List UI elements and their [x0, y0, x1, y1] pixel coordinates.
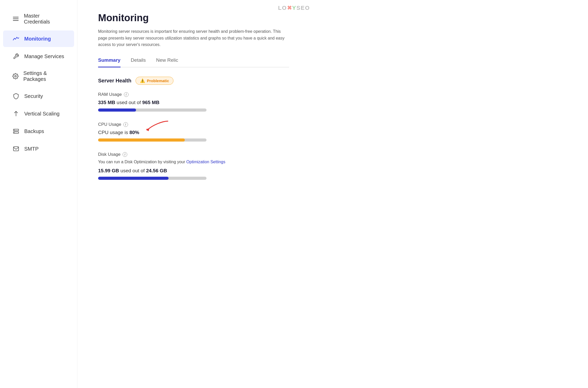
svg-point-3 — [15, 75, 16, 77]
sidebar-label-security: Security — [24, 93, 43, 99]
ram-info-icon[interactable]: i — [124, 92, 129, 97]
main-content: Monitoring Monitoring server resources i… — [77, 0, 310, 388]
sidebar-item-smtp[interactable]: SMTP — [3, 141, 74, 157]
server-health-header: Server Health ⚠️ Problematic — [98, 77, 289, 85]
page-description: Monitoring server resources is important… — [98, 28, 289, 48]
ram-usage-block: RAM Usage i 335 MB used out of 965 MB — [98, 92, 289, 112]
vertical-scaling-icon — [12, 110, 20, 117]
sidebar-item-manage-services[interactable]: Manage Services — [3, 48, 74, 65]
disk-progress-fill — [98, 177, 169, 180]
hamburger-icon — [12, 15, 19, 22]
sidebar-item-settings-packages[interactable]: Settings & Packages — [3, 66, 74, 87]
ram-label-text: RAM Usage — [98, 92, 122, 97]
disk-used: 15.99 GB — [98, 168, 119, 173]
ram-value: 335 MB used out of 965 MB — [98, 100, 289, 105]
smtp-icon — [12, 145, 20, 152]
sidebar-label-smtp: SMTP — [24, 146, 39, 152]
cpu-desc-prefix: CPU usage is — [98, 130, 129, 135]
sidebar-label-manage-services: Manage Services — [24, 53, 64, 59]
ram-used-label: used out of — [117, 100, 142, 105]
cpu-usage-block: CPU Usage i CPU usage is 80% — [98, 122, 289, 142]
sidebar-item-master-credentials[interactable]: Master Credentials — [3, 8, 74, 29]
optimization-settings-link[interactable]: Optimization Settings — [186, 160, 225, 164]
svg-rect-9 — [13, 147, 19, 151]
disk-label: Disk Usage i — [98, 152, 289, 157]
sidebar-label-monitoring: Monitoring — [24, 36, 51, 42]
sidebar-label-master-credentials: Master Credentials — [24, 13, 65, 25]
ram-total: 965 MB — [142, 100, 160, 105]
server-health-title: Server Health — [98, 78, 131, 84]
tab-summary[interactable]: Summary — [98, 57, 121, 67]
tab-details[interactable]: Details — [131, 57, 146, 67]
cpu-label-row: CPU Usage i — [98, 122, 289, 127]
tab-new-relic[interactable]: New Relic — [156, 57, 178, 67]
cpu-info-icon[interactable]: i — [123, 122, 128, 127]
sidebar-item-monitoring[interactable]: Monitoring — [3, 30, 74, 47]
disk-value: 15.99 GB used out of 24.56 GB — [98, 168, 289, 174]
svg-rect-1 — [13, 19, 19, 19]
disk-info-icon[interactable]: i — [123, 152, 127, 157]
cpu-value: CPU usage is 80% — [98, 130, 289, 135]
status-badge: ⚠️ Problematic — [136, 77, 173, 85]
cpu-label-text: CPU Usage — [98, 122, 121, 127]
disk-description: You can run a Disk Optimization by visit… — [98, 160, 289, 164]
disk-used-label: used out of — [121, 168, 146, 173]
tabs: Summary Details New Relic — [98, 57, 289, 67]
red-arrow-annotation — [145, 120, 173, 134]
ram-used: 335 MB — [98, 100, 115, 105]
disk-label-text: Disk Usage — [98, 152, 121, 157]
sidebar-label-vertical-scaling: Vertical Scaling — [24, 111, 60, 117]
svg-rect-0 — [13, 17, 19, 18]
ram-label: RAM Usage i — [98, 92, 289, 97]
sidebar-label-backups: Backups — [24, 128, 44, 134]
settings-icon — [12, 73, 19, 80]
sidebar-item-vertical-scaling[interactable]: Vertical Scaling — [3, 105, 74, 122]
sidebar-item-security[interactable]: Security — [3, 88, 74, 104]
cpu-percent: 80% — [129, 130, 139, 135]
warning-triangle-icon: ⚠️ — [140, 78, 145, 83]
manage-services-icon — [12, 53, 20, 60]
svg-marker-10 — [146, 128, 149, 131]
page-title: Monitoring — [98, 12, 289, 24]
disk-total: 24.56 GB — [146, 168, 167, 173]
monitoring-icon — [12, 35, 20, 42]
svg-rect-2 — [13, 20, 19, 21]
ram-progress-fill — [98, 108, 136, 112]
status-text: Problematic — [147, 79, 169, 83]
sidebar: Master Credentials Monitoring Manage Ser… — [0, 0, 77, 388]
ram-progress-bar — [98, 108, 206, 112]
disk-desc-prefix: You can run a Disk Optimization by visit… — [98, 160, 186, 164]
sidebar-label-settings-packages: Settings & Packages — [23, 70, 65, 82]
cpu-progress-bar — [98, 138, 206, 142]
backups-icon — [12, 128, 20, 135]
disk-usage-block: Disk Usage i You can run a Disk Optimiza… — [98, 152, 289, 180]
sidebar-item-backups[interactable]: Backups — [3, 123, 74, 139]
cpu-progress-fill — [98, 138, 185, 142]
security-icon — [12, 92, 20, 100]
disk-progress-bar — [98, 177, 206, 180]
